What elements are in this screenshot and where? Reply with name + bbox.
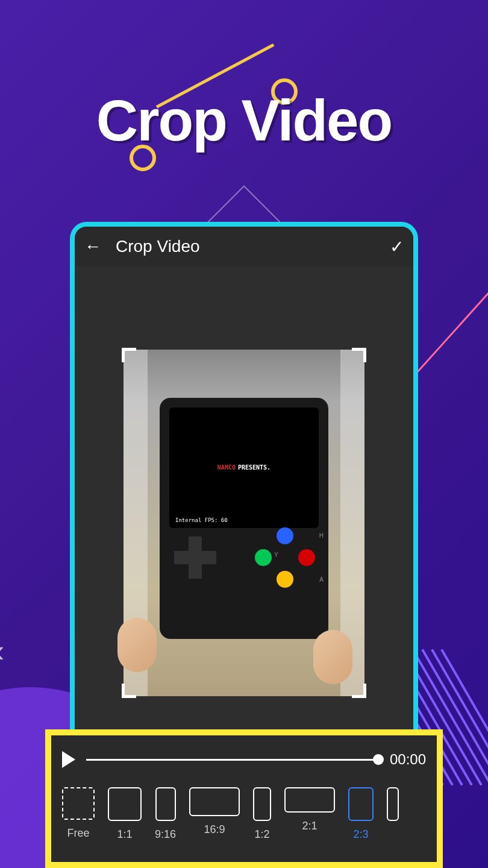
ratio-label: 9:16	[155, 828, 176, 841]
video-crop-area[interactable]: NAMCO PRESENTS. Internal FPS: 60 Y H A	[75, 266, 413, 779]
ratio-option-16-9[interactable]: 16:9	[189, 787, 240, 836]
video-preview[interactable]: NAMCO PRESENTS. Internal FPS: 60 Y H A	[124, 350, 364, 696]
ratio-free-icon	[62, 787, 95, 820]
ratio-option-2-3[interactable]: 2:3	[348, 787, 374, 841]
ratio-label: 1:1	[117, 828, 132, 841]
ratio-option-1-1[interactable]: 1:1	[108, 787, 142, 841]
playback-row: 00:00	[62, 743, 426, 776]
ratio-more-icon	[387, 787, 399, 821]
aspect-ratio-row: Free 1:1 9:16 16:9 1:2 2:1 2:3	[62, 787, 426, 841]
app-header: ← Crop Video ✓	[75, 227, 413, 266]
bottom-controls-panel: 00:00 Free 1:1 9:16 16:9 1:2 2:1 2:3	[45, 729, 443, 868]
ratio-1-2-icon	[253, 787, 271, 821]
ratio-label: 1:2	[255, 828, 270, 841]
ratio-16-9-icon	[189, 787, 240, 816]
playback-slider[interactable]	[86, 759, 379, 761]
console-presents-text: PRESENTS.	[238, 464, 271, 471]
thumb-illustration	[313, 630, 352, 684]
ratio-option-free[interactable]: Free	[62, 787, 95, 840]
ratio-label: 2:1	[302, 820, 318, 832]
header-title: Crop Video	[116, 237, 375, 256]
ratio-2-3-icon	[348, 787, 374, 821]
playback-time: 00:00	[390, 751, 426, 768]
ratio-option-9-16[interactable]: 9:16	[155, 787, 176, 841]
ratio-2-1-icon	[284, 787, 335, 813]
ratio-option-1-2[interactable]: 1:2	[253, 787, 271, 841]
chevron-left-icon: ‹	[0, 633, 4, 669]
console-illustration: NAMCO PRESENTS. Internal FPS: 60 Y H A	[160, 398, 328, 639]
page-title: Crop Video	[0, 87, 488, 154]
playback-thumb[interactable]	[373, 754, 384, 765]
face-buttons: Y H A	[255, 527, 315, 588]
ratio-9-16-icon	[155, 787, 176, 821]
play-button-icon[interactable]	[62, 751, 75, 768]
thumb-illustration	[117, 618, 157, 672]
ratio-option-2-1[interactable]: 2:1	[284, 787, 335, 832]
back-arrow-icon[interactable]: ←	[84, 237, 101, 256]
console-fps-text: Internal FPS: 60	[175, 517, 228, 523]
dpad-icon	[174, 536, 216, 579]
ratio-label: 2:3	[354, 828, 369, 841]
ratio-label: Free	[67, 827, 89, 840]
ratio-label: 16:9	[204, 823, 225, 836]
confirm-check-icon[interactable]: ✓	[390, 237, 404, 257]
console-screen: NAMCO PRESENTS. Internal FPS: 60	[169, 407, 319, 528]
ratio-option-more[interactable]	[387, 787, 399, 821]
ratio-1-1-icon	[108, 787, 142, 821]
console-brand-text: NAMCO	[217, 464, 236, 471]
